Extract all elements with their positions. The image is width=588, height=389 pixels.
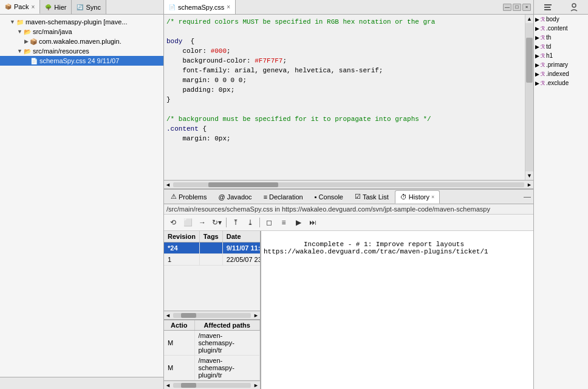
history-row-1[interactable]: 1 22/05/07 23:57 john Initial import[...… (164, 254, 260, 266)
history-icon: ⏱ (400, 193, 407, 201)
tab-history[interactable]: ⏱ History × (395, 190, 440, 204)
editor-minimize-btn[interactable]: — (503, 4, 511, 11)
tree-item-css-file[interactable]: 📄 schemaSpy.css 24 9/11/07 (0, 56, 163, 66)
scroll-up-arrow[interactable]: ▲ (525, 15, 533, 23)
toolbar-btn-list[interactable]: ≡ (277, 216, 290, 229)
editor-maximize-btn[interactable]: □ (513, 4, 521, 11)
scroll-thumb[interactable] (526, 38, 533, 82)
outline-item-h1[interactable]: ▶ ℛ h1 (534, 51, 588, 60)
file-tree: ▼ 📁 maven-schemaspy-plugin [mave... ▼ 📂 … (0, 15, 163, 377)
editor-tab-css[interactable]: 📄 schemaSpy.css × (164, 0, 236, 14)
outline-arrow-exclude: ▶ (535, 80, 539, 86)
outline-item-content[interactable]: ▶ ℛ .content (534, 24, 588, 33)
history-table-hscroll[interactable]: ◄ ► (164, 311, 260, 319)
tab-hier[interactable]: 🌳 Hier (40, 0, 72, 14)
right-tab-members[interactable] (567, 1, 581, 14)
outline-item-indexed[interactable]: ▶ ℛ .indexed (534, 69, 588, 78)
editor-tab-close[interactable]: × (227, 4, 230, 10)
outline-tree: ▶ ℛ body ▶ ℛ .content ▶ ℛ th ▶ ℛ td ▶ ℛ (534, 15, 588, 389)
hscroll-track[interactable] (173, 313, 251, 318)
tree-item-project[interactable]: ▼ 📁 maven-schemaspy-plugin [mave... (0, 17, 163, 27)
history-table-area: Revision Tags Date Author Comment *24 (164, 231, 260, 311)
editor-code-area[interactable]: /* required colors MUST be specified in … (164, 15, 525, 180)
hscroll-left[interactable]: ◄ (164, 312, 172, 318)
tree-item-src-resources[interactable]: ▼ 📂 src/main/resources (0, 46, 163, 56)
toolbar-btn-down[interactable]: ⤓ (244, 216, 257, 229)
tab-pack-close[interactable]: × (31, 4, 35, 10)
scroll-down-arrow[interactable]: ▼ (525, 171, 533, 180)
affected-hscroll-thumb[interactable] (181, 383, 197, 388)
tab-sync[interactable]: 🔄 Sync (72, 0, 106, 14)
right-tab-outline[interactable] (541, 1, 555, 14)
tab-javadoc[interactable]: @ Javadoc (213, 190, 257, 204)
affected-hscroll[interactable]: ◄ ► (164, 380, 260, 389)
history-toolbar: ⟲ ⬜ → ↻▾ ⤒ ⤓ ◻ ≡ ▶ ⏭ (164, 215, 533, 231)
toolbar-btn-link[interactable]: → (196, 216, 209, 229)
toolbar-btn-filter[interactable]: ↻▾ (210, 216, 224, 229)
affected-row-1[interactable]: M /maven-schemaspy-plugin/tr (164, 331, 260, 356)
outline-item-td[interactable]: ▶ ℛ td (534, 42, 588, 51)
outline-arrow-td: ▶ (535, 44, 539, 50)
toolbar-btn-diff[interactable]: ◻ (262, 216, 276, 229)
row-1-revision: 1 (164, 254, 199, 266)
tab-problems[interactable]: ⚠ Problems (165, 190, 212, 204)
scroll-left-arrow[interactable]: ◄ (164, 182, 172, 188)
editor-close-btn[interactable]: × (522, 4, 531, 11)
tasklist-icon: ☑ (355, 193, 361, 201)
src-java-label: src/main/java (33, 28, 72, 35)
svg-rect-1 (544, 7, 550, 8)
toolbar-btn-up[interactable]: ⤒ (229, 216, 242, 229)
hscroll-right[interactable]: ► (252, 312, 260, 318)
panel-minimize-btn[interactable]: — (524, 193, 531, 201)
toolbar-btn-play[interactable]: ▶ (292, 216, 305, 229)
row-24-revision: *24 (164, 243, 199, 254)
outline-icon-td: ℛ (541, 44, 545, 50)
outline-item-th[interactable]: ▶ ℛ th (534, 33, 588, 42)
tab-pack[interactable]: 📦 Pack × (0, 0, 40, 14)
editor-horizontal-scrollbar[interactable]: ◄ ► (164, 180, 533, 188)
affected-row-2[interactable]: M /maven-schemaspy-plugin/tr (164, 356, 260, 380)
tab-declaration[interactable]: ≡ Declaration (258, 190, 309, 204)
tree-item-package[interactable]: ▶ 📦 com.wakaleo.maven.plugin. (0, 36, 163, 46)
outline-label-content: .content (546, 25, 568, 32)
affected-hscroll-left[interactable]: ◄ (164, 382, 172, 388)
toolbar-btn-refresh[interactable]: ⟲ (166, 216, 180, 229)
svg-point-3 (572, 4, 576, 7)
editor-tab-bar: 📄 schemaSpy.css × — □ × (164, 0, 533, 15)
outline-item-primary[interactable]: ▶ ℛ .primary (534, 60, 588, 69)
editor-vertical-scrollbar[interactable]: ▲ ▼ (525, 15, 533, 180)
scroll-track[interactable] (525, 23, 533, 171)
outline-label-indexed: .indexed (546, 71, 569, 77)
affected-hscroll-right[interactable]: ► (252, 382, 260, 388)
svg-rect-0 (544, 4, 552, 5)
left-tab-bar: 📦 Pack × 🌳 Hier 🔄 Sync (0, 0, 163, 15)
tab-problems-label: Problems (179, 193, 207, 201)
affected-paths-area: Actio Affected paths M /maven-schemaspy-… (164, 319, 260, 389)
outline-icon-h1: ℛ (541, 53, 545, 59)
tab-tasklist-label: Task List (363, 193, 389, 201)
affected-hscroll-track[interactable] (173, 383, 251, 388)
tab-console[interactable]: ▪ Console (309, 190, 349, 204)
col-header-date: Date (222, 231, 260, 243)
outline-item-exclude[interactable]: ▶ ℛ .exclude (534, 78, 588, 88)
tab-declaration-label: Declaration (269, 193, 303, 201)
hscroll-thumb[interactable] (181, 313, 197, 318)
h-scroll-thumb[interactable] (208, 182, 279, 187)
history-path-bar: /src/main/resources/schemaSpy.css in htt… (164, 204, 533, 215)
affected-action-1: M (164, 331, 194, 356)
toolbar-btn-stop[interactable]: ⬜ (181, 216, 194, 229)
history-path-text: /src/main/resources/schemaSpy.css in htt… (166, 205, 490, 213)
scroll-right-arrow[interactable]: ► (525, 182, 533, 188)
history-tab-close[interactable]: × (431, 194, 434, 200)
row-1-date: 22/05/07 23:57 (222, 254, 260, 266)
toolbar-sep-2 (259, 218, 260, 227)
outline-icon-content: ℛ (541, 26, 545, 32)
h-scroll-track[interactable] (173, 182, 524, 187)
tab-tasklist[interactable]: ☑ Task List (349, 190, 394, 204)
toolbar-btn-end[interactable]: ⏭ (306, 216, 320, 229)
history-row-24[interactable]: *24 9/11/07 11:26 john Incomplete - # 1:… (164, 243, 260, 254)
package-label: com.wakaleo.maven.plugin. (39, 38, 121, 45)
outline-item-body[interactable]: ▶ ℛ body (534, 15, 588, 24)
tree-item-src-java[interactable]: ▼ 📂 src/main/java (0, 27, 163, 36)
css-file-label: schemaSpy.css 24 9/11/07 (39, 57, 119, 64)
